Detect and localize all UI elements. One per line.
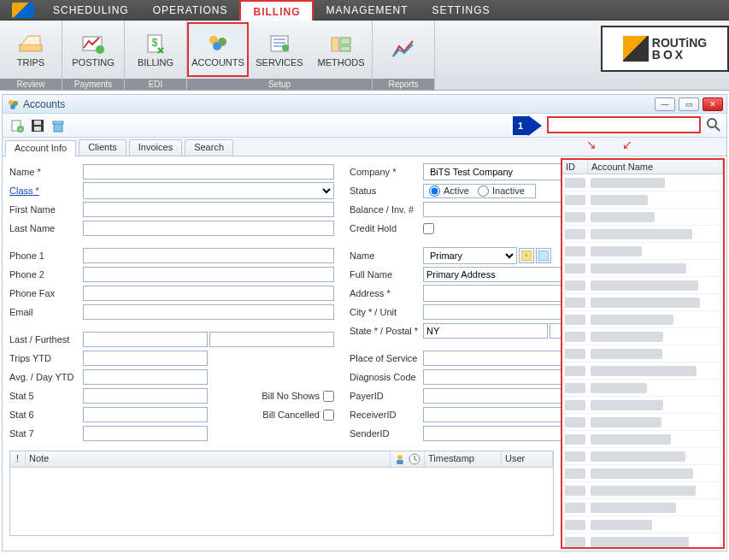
account-list-row[interactable] <box>562 328 723 345</box>
account-list-row[interactable] <box>562 209 723 226</box>
input-avg-day-ytd[interactable] <box>83 369 208 385</box>
checkbox-bill-cancelled[interactable] <box>323 410 334 421</box>
input-last-name[interactable] <box>83 221 334 236</box>
account-list-row[interactable] <box>562 448 723 465</box>
input-name[interactable] <box>83 164 334 180</box>
delete-button[interactable] <box>49 116 68 135</box>
input-stat6[interactable] <box>83 407 208 422</box>
window-minimize-button[interactable]: — <box>655 97 675 111</box>
label-class[interactable]: Class <box>9 186 83 196</box>
save-button[interactable] <box>28 116 47 135</box>
note-user-icon[interactable] <box>394 453 406 465</box>
input-stat7[interactable] <box>83 426 208 441</box>
account-list-row[interactable] <box>562 277 723 294</box>
input-phone1[interactable] <box>83 248 334 263</box>
note-clock-icon[interactable] <box>409 453 420 465</box>
new-record-button[interactable]: + <box>8 116 26 135</box>
menu-billing[interactable]: BILLING <box>239 0 314 21</box>
tab-clients[interactable]: Clients <box>79 139 126 156</box>
account-list-col-name[interactable]: Account Name <box>588 160 723 174</box>
input-first-name[interactable] <box>83 202 334 217</box>
input-full-name[interactable] <box>423 267 561 282</box>
svg-rect-23 <box>34 121 41 125</box>
ribbon-methods-button[interactable]: METHODS <box>310 22 372 77</box>
window-close-button[interactable]: ✕ <box>703 97 723 111</box>
notes-header: ! Note Timestamp User <box>10 451 553 468</box>
menu-management[interactable]: MANAGEMENT <box>314 0 420 20</box>
account-list-body[interactable] <box>562 174 723 547</box>
menu-settings[interactable]: SETTINGS <box>420 0 503 20</box>
tab-invoices[interactable]: Invoices <box>129 139 182 156</box>
radio-status-active[interactable] <box>429 186 440 197</box>
ribbon-accounts-button[interactable]: ACCOUNTS <box>187 22 249 77</box>
label-city-unit: City * / Unit <box>350 307 423 317</box>
input-postal[interactable] <box>550 323 561 339</box>
account-list-row[interactable] <box>562 533 723 547</box>
ribbon-services-button[interactable]: SERVICES <box>249 22 310 77</box>
notes-col-user[interactable]: User <box>502 451 553 467</box>
input-receiverid[interactable] <box>423 407 561 422</box>
account-list-row[interactable] <box>562 311 723 328</box>
account-list-col-id[interactable]: ID <box>562 160 588 174</box>
input-senderid[interactable] <box>423 426 561 441</box>
addr-add-button[interactable]: + <box>519 248 534 263</box>
radio-status-inactive[interactable] <box>478 186 489 197</box>
select-class[interactable] <box>83 182 334 199</box>
input-pos[interactable] <box>423 351 561 366</box>
account-list-row[interactable] <box>562 174 723 192</box>
label-phone1: Phone 1 <box>9 251 83 261</box>
input-payerid[interactable] <box>423 388 561 404</box>
label-stat5: Stat 5 <box>9 391 83 401</box>
input-balance[interactable] <box>423 202 561 217</box>
input-diag[interactable] <box>423 369 561 385</box>
ribbon-methods-label: METHODS <box>318 57 365 68</box>
account-list-row[interactable] <box>562 516 723 533</box>
account-list-row[interactable] <box>562 499 723 516</box>
account-list-row[interactable] <box>562 192 723 209</box>
account-list-row[interactable] <box>562 465 723 482</box>
ribbon-posting-button[interactable]: POSTING <box>62 22 124 77</box>
input-trips-ytd[interactable] <box>83 351 208 366</box>
notes-body[interactable] <box>10 468 553 535</box>
tab-account-info[interactable]: Account Info <box>5 140 76 156</box>
search-input[interactable] <box>547 116 701 133</box>
account-list-row[interactable] <box>562 431 723 448</box>
notes-col-excl[interactable]: ! <box>10 451 26 467</box>
account-list-row[interactable] <box>562 260 723 277</box>
select-address[interactable] <box>423 285 561 302</box>
account-list-row[interactable] <box>562 397 723 414</box>
notes-col-note[interactable]: Note <box>26 451 391 467</box>
ribbon-billing-button[interactable]: $ BILLING <box>125 22 186 77</box>
checkbox-bill-no-shows[interactable] <box>323 391 334 402</box>
label-last-name: Last Name <box>9 223 83 233</box>
input-city[interactable] <box>423 304 561 320</box>
input-email[interactable] <box>83 304 334 320</box>
input-stat5[interactable] <box>83 388 208 404</box>
addr-map-button[interactable] <box>536 248 551 263</box>
notes-col-timestamp[interactable]: Timestamp <box>425 451 502 467</box>
checkbox-credit-hold[interactable] <box>423 223 434 234</box>
tab-search[interactable]: Search <box>185 139 233 156</box>
account-list-row[interactable] <box>562 226 723 243</box>
search-icon[interactable] <box>706 117 721 133</box>
select-addr-name[interactable]: Primary <box>423 247 517 264</box>
select-company[interactable]: BiTS Test Company <box>423 163 561 180</box>
account-list-row[interactable] <box>562 380 723 397</box>
ribbon-reports-button[interactable] <box>373 22 434 77</box>
input-furthest[interactable] <box>209 332 334 347</box>
account-list-row[interactable] <box>562 345 723 363</box>
window-maximize-button[interactable]: ▭ <box>679 97 699 111</box>
account-list-row[interactable] <box>562 482 723 499</box>
account-list-row[interactable] <box>562 294 723 311</box>
input-phone-fax[interactable] <box>83 286 334 301</box>
step-number: 1 <box>513 116 528 135</box>
input-last[interactable] <box>83 332 208 347</box>
input-state[interactable] <box>423 323 548 339</box>
account-list-row[interactable] <box>562 414 723 431</box>
menu-scheduling[interactable]: SCHEDULING <box>41 0 141 20</box>
account-list-row[interactable] <box>562 363 723 380</box>
account-list-row[interactable] <box>562 243 723 260</box>
menu-operations[interactable]: OPERATIONS <box>141 0 240 20</box>
ribbon-trips-button[interactable]: TRIPS <box>0 22 62 77</box>
input-phone2[interactable] <box>83 267 334 282</box>
